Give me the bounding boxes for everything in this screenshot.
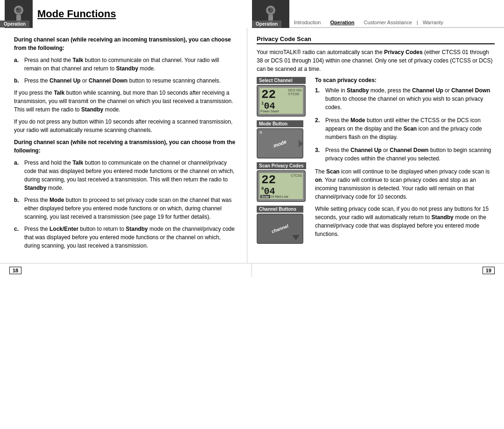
list-item-a1: a. Press and hold the Talk button to com…	[14, 56, 238, 73]
list-content-b2: Press the Mode button to proceed to set …	[24, 196, 238, 221]
lcd-ctcss: CTCSS	[291, 174, 302, 178]
list-item-b1: b. Press the Channel Up or Channel Down …	[14, 76, 238, 85]
nav-operation[interactable]: Operation	[330, 20, 354, 25]
mode-dot	[259, 131, 262, 134]
step-2-text: Press the Mode button until either the C…	[325, 116, 495, 141]
step-1-text: While in Standby mode, press the Channel…	[325, 86, 495, 111]
scan-privacy-lcd: CTCSS 22 004 Scan Hi Med Low	[259, 173, 303, 199]
left-column: During channel scan (while receiving an …	[0, 28, 247, 263]
lcd-dcs-text: DCS V01CTCSS	[288, 89, 302, 97]
list-label-b1: b.	[14, 76, 22, 85]
list-item-c2: c. Press the Lock/Enter button to return…	[14, 225, 238, 250]
operation-label-right: Operation	[252, 21, 281, 28]
step-2: 2. Press the Mode button until either th…	[315, 116, 495, 141]
channel-buttons-panel: Channel Buttons channel	[257, 206, 303, 244]
scan-privacy-panel: Scan Privacy Codes CTCSS 22 004 Scan Hi …	[257, 162, 306, 202]
svg-point-6	[268, 7, 273, 13]
lcd-power-saver: Power Saver	[260, 110, 279, 113]
step-3-num: 3.	[315, 146, 323, 163]
to-scan-title: To scan privacy codes:	[315, 77, 495, 83]
list-content-b1: Press the Channel Up or Channel Down but…	[24, 76, 238, 85]
channel-btn-text: channel	[271, 223, 289, 234]
during-scan-heading-2: During channel scan (while not receiving…	[14, 138, 238, 155]
step-3: 3. Press the Channel Up or Channel Down …	[315, 146, 495, 163]
footer-left: 18	[0, 263, 252, 277]
mode-device-text: mode	[273, 138, 287, 148]
during-scan-bold-1: During channel scan (while receiving an …	[14, 36, 231, 51]
footer-right: 19	[252, 263, 504, 277]
mode-arrow	[299, 140, 303, 147]
list-item-a2: a. Press and hold the Talk button to com…	[14, 159, 238, 192]
page-number-right: 19	[483, 267, 495, 274]
list-label-a2: a.	[14, 159, 22, 192]
mode-button-label: Mode Button	[257, 120, 303, 127]
select-channel-label: Select Channel	[257, 77, 306, 84]
para2: If you do not press any button within 10…	[14, 118, 238, 134]
scan-content-area: Select Channel DCS V01CTCSS 22 104 Power…	[257, 77, 495, 248]
page-number-left: 18	[9, 267, 21, 274]
step-2-num: 2.	[315, 116, 323, 141]
list-item-b2: b. Press the Mode button to proceed to s…	[14, 196, 238, 221]
svg-point-7	[268, 8, 270, 10]
svg-point-3	[16, 8, 18, 10]
list-content-a1: Press and hold the Talk button to commun…	[24, 56, 238, 73]
during-scan-heading-1: During channel scan (while receiving an …	[14, 35, 238, 52]
scan-note1: The Scan icon will continue to be displa…	[315, 167, 495, 201]
mode-device-image: mode	[257, 128, 303, 159]
intro-para: Your microTALK® radio can automatically …	[257, 48, 495, 73]
right-column: Privacy Code Scan Your microTALK® radio …	[247, 28, 504, 263]
scan-note2: While setting privacy code scan, if you …	[315, 205, 495, 238]
nav-customer-assistance[interactable]: Customer Assistance	[364, 20, 412, 25]
select-channel-lcd: DCS V01CTCSS 22 104 Power Saver	[259, 88, 303, 114]
device-column: Select Channel DCS V01CTCSS 22 104 Power…	[257, 77, 310, 248]
list-label-b2: b.	[14, 196, 22, 221]
page-title: Mode Functions	[33, 8, 116, 20]
mode-button-panel: Mode Button mode	[257, 120, 303, 159]
lcd-scan-bottom: Scan Hi Med Low	[260, 195, 288, 198]
nav-bar: Introduction Operation Customer Assistan…	[289, 0, 504, 28]
svg-point-2	[16, 7, 21, 13]
scan-privacy-label: Scan Privacy Codes	[257, 162, 306, 169]
footer: 18 19	[0, 263, 504, 277]
step-1-num: 1.	[315, 86, 323, 111]
nav-introduction[interactable]: Introduction	[294, 20, 321, 25]
channel-btn-device-image: channel	[257, 214, 303, 244]
list-content-c2: Press the Lock/Enter button to return to…	[24, 225, 238, 250]
step-3-text: Press the Channel Up or Channel Down but…	[325, 146, 495, 163]
select-channel-panel: Select Channel DCS V01CTCSS 22 104 Power…	[257, 77, 306, 117]
during-scan-bold-2: During channel scan (while not receiving…	[14, 139, 235, 154]
para1: If you press the Talk button while scann…	[14, 89, 238, 114]
channel-buttons-label: Channel Buttons	[257, 206, 303, 213]
list-content-a2: Press and hold the Talk button to commun…	[24, 159, 238, 192]
nav-warranty[interactable]: Warranty	[423, 20, 443, 25]
channel-arrow-down	[292, 235, 300, 240]
operation-label-left: Operation	[0, 21, 29, 28]
section-title: Privacy Code Scan	[257, 35, 495, 44]
list-label-c2: c.	[14, 225, 22, 250]
list-label-a1: a.	[14, 56, 22, 73]
step-1: 1. While in Standby mode, press the Chan…	[315, 86, 495, 111]
scan-steps-column: To scan privacy codes: 1. While in Stand…	[315, 77, 495, 248]
scan-steps-list: 1. While in Standby mode, press the Chan…	[315, 86, 495, 163]
